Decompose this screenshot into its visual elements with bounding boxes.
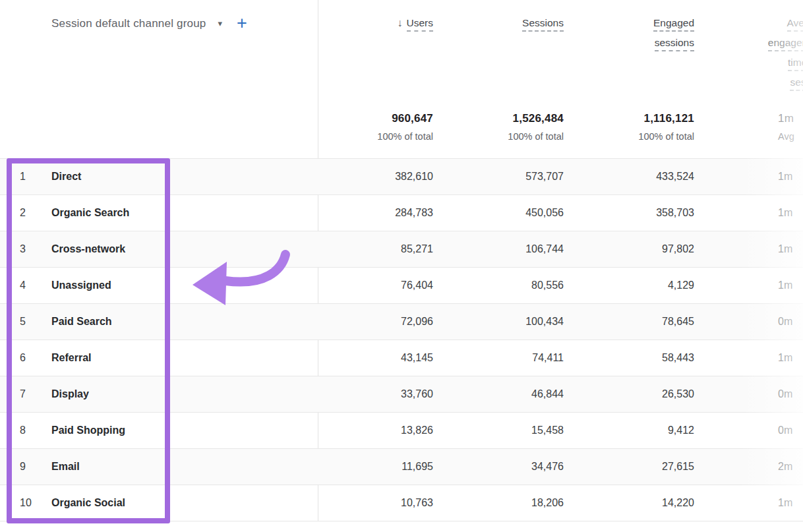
cell-engaged: 78,645 [579, 304, 694, 340]
cell-users: 11,695 [318, 449, 433, 485]
channel-name: Unassigned [51, 268, 111, 303]
total-sessions: 1,526,484 100% of total [448, 112, 564, 142]
avg-line2: engagement [768, 36, 803, 51]
cell-users: 10,763 [318, 485, 433, 521]
cell-avg-engagement: 1m [709, 485, 803, 521]
total-engaged-sessions: 1,116,121 100% of total [579, 112, 694, 142]
cell-sessions: 74,411 [448, 340, 564, 376]
total-sessions-value: 1,526,484 [448, 112, 564, 125]
cell-avg-engagement: 1m [709, 159, 803, 194]
avg-line4: session [790, 76, 803, 91]
cell-users: 33,760 [318, 376, 433, 412]
column-header-users[interactable]: ↓Users [318, 13, 433, 33]
cell-engaged: 26,530 [579, 376, 694, 412]
cell-sessions: 46,844 [448, 376, 564, 412]
avg-line1: Average [787, 16, 803, 32]
cell-users: 43,145 [318, 340, 433, 376]
table-row: 8 Paid Shopping 13,826 15,458 9,412 0m [0, 413, 803, 449]
dimension-header: Session default channel group ▾ + [51, 15, 247, 32]
cell-engaged: 27,615 [579, 449, 694, 485]
cell-avg-engagement: 1m [709, 268, 803, 303]
cell-users: 85,271 [318, 231, 433, 267]
column-header-avg-engagement-time[interactable]: Average engagement time per session [709, 13, 803, 92]
row-rank: 2 [20, 195, 26, 231]
total-avg-subtext: Avg [778, 131, 803, 142]
cell-engaged: 4,129 [579, 268, 694, 303]
table-row: 10 Organic Social 10,763 18,206 14,220 1… [0, 485, 803, 521]
table-row: 4 Unassigned 76,404 80,556 4,129 1m [0, 268, 803, 304]
table-row: 2 Organic Search 284,783 450,056 358,703… [0, 195, 803, 231]
dimension-dropdown[interactable]: Session default channel group [51, 17, 206, 30]
cell-sessions: 15,458 [448, 413, 564, 448]
channel-name: Referral [51, 340, 91, 376]
total-sessions-subtext: 100% of total [448, 131, 564, 142]
channel-name: Organic Search [51, 195, 129, 231]
channel-name: Paid Search [51, 304, 112, 340]
total-users-value: 960,647 [318, 112, 433, 125]
cell-sessions: 80,556 [448, 268, 564, 303]
row-rank: 5 [20, 304, 26, 340]
row-rank: 6 [20, 340, 26, 376]
table-row: 3 Cross-network 85,271 106,744 97,802 1m [0, 231, 803, 268]
row-rank: 4 [20, 268, 26, 303]
cell-sessions: 100,434 [448, 304, 564, 340]
channel-name: Cross-network [51, 231, 125, 267]
cell-sessions: 34,476 [448, 449, 564, 485]
table-row: 7 Display 33,760 46,844 26,530 0m [0, 376, 803, 413]
cell-engaged: 433,524 [579, 159, 694, 194]
table-row: 5 Paid Search 72,096 100,434 78,645 0m [0, 304, 803, 340]
column-header-sessions[interactable]: Sessions [448, 13, 564, 33]
total-engaged-value: 1,116,121 [579, 112, 694, 125]
channel-name: Paid Shopping [51, 413, 125, 448]
table-body: 1 Direct 382,610 573,707 433,524 1m 2 Or… [0, 158, 803, 521]
sort-descending-icon: ↓ [398, 17, 403, 28]
total-users-subtext: 100% of total [318, 131, 433, 142]
column-header-sessions-label: Sessions [522, 16, 564, 32]
cell-avg-engagement: 2m [709, 449, 803, 485]
cell-sessions: 573,707 [448, 159, 564, 194]
table-row: 6 Referral 43,145 74,411 58,443 1m [0, 340, 803, 376]
cell-engaged: 14,220 [579, 485, 694, 521]
cell-avg-engagement: 0m [709, 376, 803, 412]
cell-users: 76,404 [318, 268, 433, 303]
cell-sessions: 450,056 [448, 195, 564, 231]
channel-name: Organic Social [51, 485, 125, 521]
row-rank: 3 [20, 231, 26, 267]
cell-users: 72,096 [318, 304, 433, 340]
cell-users: 284,783 [318, 195, 433, 231]
table-row: 1 Direct 382,610 573,707 433,524 1m [0, 159, 803, 195]
cell-avg-engagement: 0m [709, 304, 803, 340]
channel-name: Direct [51, 159, 81, 194]
total-avg-engagement: 1m Avg [709, 112, 803, 142]
row-rank: 1 [20, 159, 26, 194]
add-dimension-button[interactable]: + [237, 15, 247, 32]
cell-avg-engagement: 0m [709, 413, 803, 448]
cell-engaged: 97,802 [579, 231, 694, 267]
channel-name: Display [51, 376, 89, 412]
chevron-down-icon[interactable]: ▾ [218, 18, 223, 28]
column-header-engaged-sessions[interactable]: Engaged sessions [579, 13, 694, 53]
cell-avg-engagement: 1m [709, 231, 803, 267]
row-rank: 10 [20, 485, 32, 521]
cell-sessions: 106,744 [448, 231, 564, 267]
table-row: 9 Email 11,695 34,476 27,615 2m [0, 449, 803, 485]
cell-sessions: 18,206 [448, 485, 564, 521]
total-avg-value: 1m [778, 112, 803, 125]
cell-avg-engagement: 1m [709, 340, 803, 376]
cell-avg-engagement: 1m [709, 195, 803, 231]
engaged-line1: Engaged [653, 16, 694, 32]
cell-engaged: 358,703 [579, 195, 694, 231]
row-rank: 8 [20, 413, 26, 448]
analytics-channel-table: Session default channel group ▾ + ↓Users… [0, 0, 803, 532]
cell-users: 13,826 [318, 413, 433, 448]
row-rank: 7 [20, 376, 26, 412]
total-engaged-subtext: 100% of total [579, 131, 694, 142]
engaged-line2: sessions [655, 36, 694, 51]
row-rank: 9 [20, 449, 26, 485]
avg-line3: time per [788, 56, 803, 71]
total-users: 960,647 100% of total [318, 112, 433, 142]
cell-engaged: 9,412 [579, 413, 694, 448]
channel-name: Email [51, 449, 80, 485]
cell-engaged: 58,443 [579, 340, 694, 376]
column-header-users-label: Users [407, 16, 433, 32]
